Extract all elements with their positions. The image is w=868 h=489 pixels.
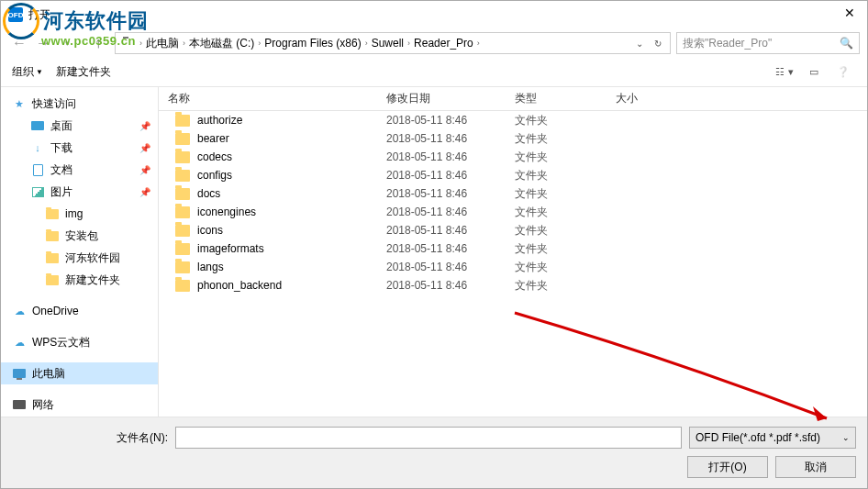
file-type: 文件夹 [506,278,606,294]
file-type: 文件夹 [506,168,606,183]
back-button[interactable]: ← [8,32,30,54]
open-button[interactable]: 打开(O) [687,456,768,478]
folder-icon [175,115,190,127]
file-date: 2018-05-11 8:46 [377,114,506,127]
folder-icon [175,243,190,255]
refresh-icon[interactable]: ↻ [650,39,666,49]
table-row[interactable]: phonon_backend2018-05-11 8:46文件夹 [159,276,867,295]
file-date: 2018-05-11 8:46 [377,132,506,145]
file-type: 文件夹 [506,241,606,257]
col-date[interactable]: 修改日期 [377,91,506,106]
file-name: bearer [197,132,229,145]
file-name: docs [197,187,220,200]
preview-pane-button[interactable]: ▭ [801,62,827,83]
sidebar-thispc[interactable]: 此电脑 [1,362,158,384]
addressbar: ← → ▾ ↑ › 此电脑 › 本地磁盘 (C:) › Program File… [1,28,867,58]
sidebar-img[interactable]: img [1,203,158,225]
download-icon: ↓ [30,140,45,155]
sidebar-downloads[interactable]: ↓下载📌 [1,137,158,159]
sidebar-pictures[interactable]: 图片📌 [1,181,158,203]
folder-icon [175,206,190,218]
cloud-icon: ☁ [12,304,27,318]
new-folder-button[interactable]: 新建文件夹 [56,64,111,80]
app-icon: OFD [8,7,23,22]
crumb-thispc[interactable]: 此电脑 [146,36,179,51]
toolbar: 组织▼ 新建文件夹 ☷ ▾ ▭ ❔ [1,58,867,87]
folder-icon [175,225,190,237]
forward-button[interactable]: → [32,32,54,54]
view-mode-button[interactable]: ☷ ▾ [772,62,797,83]
search-placeholder: 搜索"Reader_Pro" [683,36,772,51]
sidebar-onedrive[interactable]: ☁OneDrive [1,300,158,322]
picture-icon [30,184,45,199]
sidebar: ★快速访问 桌面📌 ↓下载📌 文档📌 图片📌 img 安装包 河东软件园 新建文… [1,87,159,447]
file-name: configs [197,169,232,182]
filename-input[interactable] [175,427,682,449]
window-title: 打开 [28,7,836,23]
file-name: authorize [197,114,242,127]
pin-icon: 📌 [139,187,150,197]
main-area: ★快速访问 桌面📌 ↓下载📌 文档📌 图片📌 img 安装包 河东软件园 新建文… [1,87,867,447]
document-icon [30,162,45,177]
sidebar-hedong[interactable]: 河东软件园 [1,247,158,269]
table-row[interactable]: codecs2018-05-11 8:46文件夹 [159,148,867,166]
table-row[interactable]: langs2018-05-11 8:46文件夹 [159,258,867,276]
file-date: 2018-05-11 8:46 [377,242,506,255]
file-type: 文件夹 [506,223,606,239]
folder-icon [175,170,190,182]
pin-icon: 📌 [139,143,150,153]
file-date: 2018-05-11 8:46 [377,150,506,163]
cloud-icon: ☁ [12,335,27,350]
sidebar-documents[interactable]: 文档📌 [1,159,158,181]
cancel-button[interactable]: 取消 [775,456,856,478]
file-name: langs [197,261,224,273]
file-type: 文件夹 [506,150,606,165]
crumb-pf[interactable]: Program Files (x86) [264,37,361,50]
table-row[interactable]: authorize2018-05-11 8:46文件夹 [159,111,867,129]
desktop-icon [30,118,45,133]
folder-icon [45,250,60,265]
file-date: 2018-05-11 8:46 [377,206,506,218]
file-date: 2018-05-11 8:46 [377,279,506,292]
table-row[interactable]: iconengines2018-05-11 8:46文件夹 [159,203,867,221]
help-button[interactable]: ❔ [830,62,856,83]
crumb-suwell[interactable]: Suwell [372,37,404,50]
organize-button[interactable]: 组织▼ [12,64,43,80]
sidebar-network[interactable]: 网络 [1,394,158,416]
table-row[interactable]: docs2018-05-11 8:46文件夹 [159,184,867,203]
pc-icon [12,366,27,381]
close-button[interactable]: ✕ [836,6,863,24]
sidebar-quick-access[interactable]: ★快速访问 [1,93,158,115]
crumb-reader[interactable]: Reader_Pro [414,37,473,50]
file-date: 2018-05-11 8:46 [377,187,506,200]
titlebar: OFD 打开 ✕ [1,1,867,28]
file-type: 文件夹 [506,260,606,275]
col-type[interactable]: 类型 [506,91,606,106]
col-size[interactable]: 大小 [606,91,680,106]
file-type-filter[interactable]: OFD File(*.ofd *.pdf *.sfd) ⌄ [689,427,856,449]
table-row[interactable]: icons2018-05-11 8:46文件夹 [159,221,867,239]
crumb-drive[interactable]: 本地磁盘 (C:) [189,36,254,51]
pin-icon: 📌 [139,165,150,175]
file-type: 文件夹 [506,205,606,220]
sidebar-newfolder[interactable]: 新建文件夹 [1,269,158,291]
recent-dropdown[interactable]: ▾ [56,32,78,54]
up-button[interactable]: ↑ [87,32,109,54]
file-date: 2018-05-11 8:46 [377,169,506,182]
col-name[interactable]: 名称 [159,91,377,106]
sidebar-desktop[interactable]: 桌面📌 [1,115,158,137]
folder-icon [45,206,60,221]
table-row[interactable]: configs2018-05-11 8:46文件夹 [159,166,867,184]
table-row[interactable]: bearer2018-05-11 8:46文件夹 [159,129,867,148]
sidebar-wps[interactable]: ☁WPS云文档 [1,331,158,353]
breadcrumb-dropdown-icon[interactable]: ⌄ [631,39,648,49]
breadcrumb[interactable]: › 此电脑 › 本地磁盘 (C:) › Program Files (x86) … [115,32,671,54]
table-row[interactable]: imageformats2018-05-11 8:46文件夹 [159,239,867,258]
file-type: 文件夹 [506,113,606,128]
footer: 文件名(N): OFD File(*.ofd *.pdf *.sfd) ⌄ 打开… [1,417,867,488]
column-headers: 名称 修改日期 类型 大小 [159,87,867,111]
file-name: phonon_backend [197,279,282,292]
star-icon: ★ [12,96,27,111]
search-input[interactable]: 搜索"Reader_Pro" 🔍 [676,32,860,54]
sidebar-install[interactable]: 安装包 [1,225,158,247]
